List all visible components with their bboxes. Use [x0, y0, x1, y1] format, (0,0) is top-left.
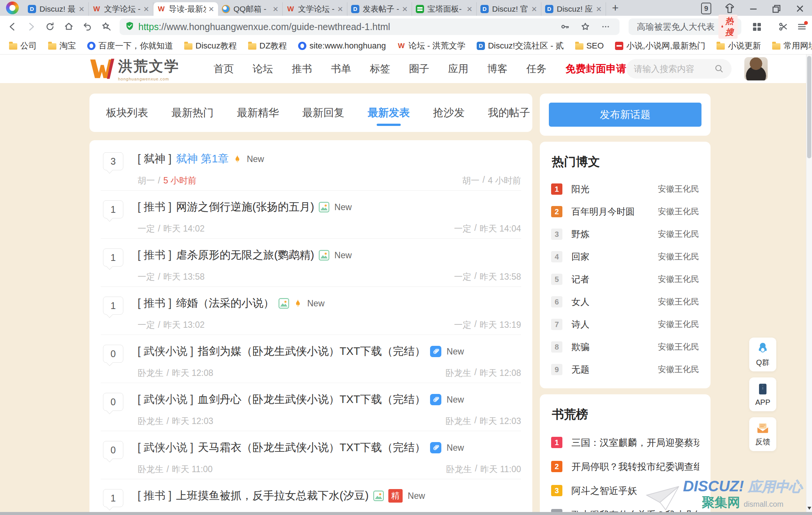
forum-tab[interactable]: 板块列表 — [106, 94, 148, 131]
thread-author[interactable]: 一定 — [138, 271, 155, 283]
bookmark-item[interactable]: SEO — [575, 41, 604, 51]
blog-author[interactable]: 安徽王化民 — [658, 341, 699, 353]
tab-close-icon[interactable]: ✕ — [208, 5, 214, 14]
browser-tab[interactable]: QQ邮箱 - ✕ — [218, 2, 283, 16]
nav-item[interactable]: 任务 — [526, 62, 547, 76]
browser-tab[interactable]: 文学论坛 - ✕ — [283, 2, 347, 16]
last-reply-author[interactable]: 卧龙生 — [445, 415, 471, 427]
forum-tab[interactable]: 最新热门 — [171, 94, 214, 131]
thread-author[interactable]: 一定 — [138, 223, 155, 235]
bookmark-item[interactable]: 百度一下，你就知道 — [87, 40, 173, 52]
nav-item[interactable]: 书单 — [331, 62, 351, 76]
blog-title[interactable]: 百年明月今时圆 — [571, 206, 635, 218]
site-search-input[interactable] — [634, 64, 709, 74]
thread-category[interactable]: [ 武侠小说 ] — [138, 344, 193, 359]
scrollbar-down-arrow[interactable] — [807, 507, 811, 510]
thread-title-link[interactable]: 血剑丹心（卧龙生武侠小说）TXT下载（完结） — [198, 392, 426, 407]
blog-title[interactable]: 无题 — [571, 364, 589, 376]
thread-category[interactable]: [ 推书 ] — [138, 488, 171, 503]
bookmark-star-icon[interactable] — [577, 18, 594, 35]
tab-close-icon[interactable]: ✕ — [596, 5, 602, 14]
tab-close-icon[interactable]: ✕ — [273, 5, 279, 14]
last-reply-author[interactable]: 一定 — [454, 271, 471, 283]
bookmark-item[interactable]: 小说更新 — [717, 40, 761, 52]
blog-title[interactable]: 野炼 — [571, 228, 589, 240]
thread-title-link[interactable]: 虐杀原形的无限之旅(鹦鹉精) — [176, 248, 314, 263]
app-download-button[interactable]: APP — [749, 377, 776, 411]
last-reply-author[interactable]: 一定 — [454, 319, 471, 331]
thread-author[interactable]: 一定 — [138, 319, 155, 331]
bookmark-item[interactable]: 常用网址 — [772, 40, 812, 52]
bookmark-item[interactable]: 小说,小说网,最新热门 — [615, 40, 705, 52]
nav-item[interactable]: 应用 — [448, 62, 468, 76]
reply-count-badge[interactable]: 1 — [103, 200, 123, 218]
blog-author[interactable]: 安徽王化民 — [658, 296, 699, 307]
blog-title[interactable]: 记者 — [571, 273, 589, 285]
tab-close-icon[interactable]: ✕ — [337, 5, 343, 14]
refresh-icon[interactable] — [41, 18, 59, 35]
book-title[interactable]: 三国：汉室麒麟，开局迎娶蔡琰 — [571, 436, 699, 449]
tab-close-icon[interactable]: ✕ — [143, 5, 149, 14]
nav-item[interactable]: 首页 — [214, 62, 234, 76]
site-search-box[interactable] — [626, 59, 732, 79]
browser-tab[interactable]: 文学论坛 - ✕ — [89, 2, 153, 16]
reply-count-badge[interactable]: 0 — [103, 441, 123, 459]
book-title[interactable]: 阿斗之智近乎妖 — [571, 485, 637, 497]
thread-category[interactable]: [ 武侠小说 ] — [138, 440, 193, 455]
bookmark-item[interactable]: 公司 — [9, 40, 37, 52]
thread-category[interactable]: [ 弑神 ] — [138, 151, 171, 167]
forum-tab[interactable]: 我的帖子 — [488, 94, 530, 131]
screenshot-scissors-icon[interactable] — [774, 18, 792, 35]
new-topic-button[interactable]: 发布新话题 — [549, 103, 701, 127]
thread-title-link[interactable]: 网游之倒行逆施(张扬的五月) — [176, 200, 314, 215]
thread-category[interactable]: [ 推书 ] — [138, 296, 171, 311]
browser-tab[interactable]: Discuz! 应 ✕ — [541, 2, 606, 16]
reply-count-badge[interactable]: 0 — [103, 345, 123, 363]
apps-grid-icon[interactable] — [748, 18, 765, 35]
thread-title-link[interactable]: 弑神 第1章 — [176, 151, 229, 167]
blog-title[interactable]: 阳光 — [571, 183, 589, 195]
last-reply-author[interactable]: 卧龙生 — [446, 464, 472, 475]
thread-category[interactable]: [ 推书 ] — [138, 200, 171, 215]
new-tab-button[interactable]: + — [612, 2, 619, 14]
forum-tab[interactable]: 抢沙发 — [433, 94, 465, 131]
bookmark-item[interactable]: site:www.honghuang — [298, 41, 386, 51]
nav-item[interactable]: 圈子 — [409, 62, 429, 76]
blog-title[interactable]: 欺骗 — [571, 341, 589, 353]
close-window-icon[interactable] — [795, 3, 805, 14]
last-reply-author[interactable]: 一定 — [454, 223, 471, 235]
blog-author[interactable]: 安徽王化民 — [658, 274, 699, 285]
more-options-icon[interactable] — [597, 18, 614, 35]
home-icon[interactable] — [60, 18, 77, 35]
browser-tab[interactable]: 发表帖子 - ✕ — [347, 2, 412, 16]
last-reply-author[interactable]: 卧龙生 — [445, 367, 471, 379]
forward-icon[interactable] — [23, 18, 40, 35]
favorite-edit-icon[interactable] — [98, 18, 115, 35]
user-avatar[interactable] — [744, 57, 768, 80]
address-bar[interactable]: https://www.honghuangwenxue.com/guide-ne… — [120, 18, 620, 35]
forum-tab[interactable]: 最新发表 — [368, 94, 410, 131]
reply-count-badge[interactable]: 1 — [103, 297, 123, 315]
reply-count-badge[interactable]: 1 — [103, 489, 123, 507]
blog-author[interactable]: 安徽王化民 — [658, 251, 699, 262]
tab-close-icon[interactable]: ✕ — [467, 5, 473, 14]
reply-count-badge[interactable]: 0 — [103, 393, 123, 411]
thread-author[interactable]: 卧龙生 — [138, 464, 164, 475]
browser-logo-icon[interactable] — [6, 2, 19, 14]
restore-window-icon[interactable] — [771, 3, 782, 14]
bookmark-item[interactable]: Discuz!交流社区 - 贰 — [477, 40, 564, 52]
last-reply-author[interactable]: 胡一 — [462, 175, 479, 186]
thread-author[interactable]: 卧龙生 — [138, 367, 164, 379]
nav-cta-free-cover[interactable]: 免费封面申请 — [565, 62, 626, 76]
blog-author[interactable]: 安徽王化民 — [658, 206, 699, 217]
tab-close-icon[interactable]: ✕ — [402, 5, 408, 14]
blog-title[interactable]: 诗人 — [571, 318, 589, 330]
tab-close-icon[interactable]: ✕ — [531, 5, 537, 14]
feedback-button[interactable]: 反馈 — [749, 417, 776, 451]
tab-close-icon[interactable]: ✕ — [79, 5, 85, 14]
page-scrollbar[interactable] — [806, 55, 812, 512]
site-logo[interactable]: 洪荒文学 honghuangwenxue.com — [89, 57, 180, 81]
browser-tab[interactable]: Discuz! 最 ✕ — [24, 2, 89, 16]
blog-author[interactable]: 安徽王化民 — [658, 364, 699, 375]
browser-tab[interactable]: Discuz! 官 ✕ — [477, 2, 541, 16]
